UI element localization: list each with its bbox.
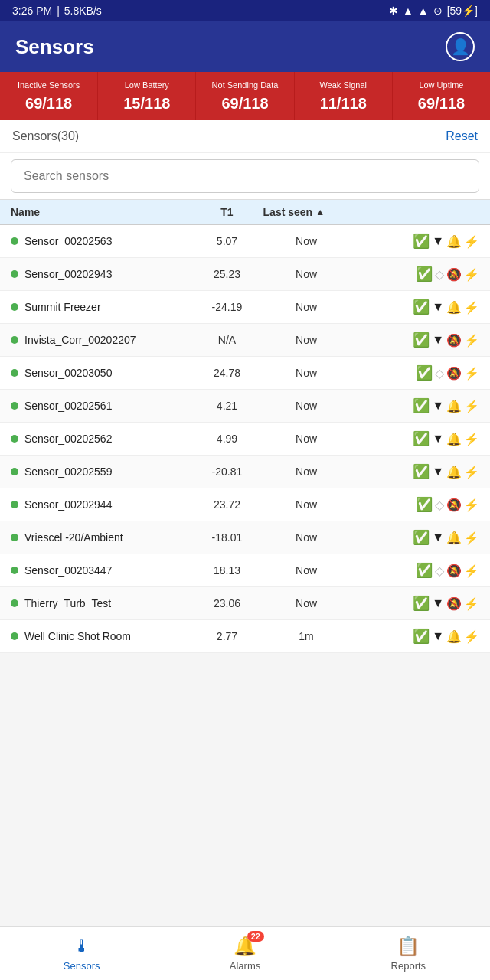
wifi-icon: ▼	[432, 629, 444, 643]
summary-card-weak-signal[interactable]: Weak Signal 11/118	[295, 72, 393, 120]
sensor-lastseen: Now	[263, 498, 350, 511]
bell-icon: 🔕	[446, 564, 462, 578]
status-dot	[11, 534, 18, 541]
wifi-icon: ⊙	[433, 5, 443, 17]
status-dot	[11, 468, 18, 475]
sensor-lastseen: Now	[263, 268, 350, 280]
table-row[interactable]: Sensor_00202559 -20.81 Now ✅ ▼ 🔔 ⚡	[0, 456, 490, 488]
sensor-name: Thierry_Turb_Test	[11, 597, 191, 609]
table-row[interactable]: Thierry_Turb_Test 23.06 Now ✅ ▼ 🔕 ⚡	[0, 587, 490, 620]
profile-button[interactable]: 👤	[446, 32, 475, 61]
col-header-t1: T1	[191, 206, 263, 218]
battery-icon: ⚡	[464, 564, 479, 578]
status-dot	[11, 369, 18, 377]
status-dot	[11, 632, 18, 640]
wifi-icon: ▼	[432, 432, 444, 446]
table-row[interactable]: Vriescel -20/Ambient -18.01 Now ✅ ▼ 🔔 ⚡	[0, 521, 490, 554]
table-row[interactable]: Sensor_00202563 5.07 Now ✅ ▼ 🔔 ⚡	[0, 225, 490, 258]
sensor-icons: ✅ ▼ 🔔 ⚡	[350, 463, 479, 480]
check-icon: ✅	[413, 332, 430, 348]
summary-card-inactive-sensors[interactable]: Inactive Sensors 69/118	[0, 72, 98, 120]
status-bar: 3:26 PM | 5.8KB/s ✱ ▲ ▲ ⊙ [59⚡]	[0, 0, 490, 21]
summary-card-label: Weak Signal	[298, 80, 389, 90]
bell-icon: 🔔	[446, 531, 462, 545]
battery-icon: ⚡	[464, 300, 479, 315]
table-row[interactable]: Summit Freezer -24.19 Now ✅ ▼ 🔔 ⚡	[0, 291, 490, 324]
sensors-list: Sensor_00202563 5.07 Now ✅ ▼ 🔔 ⚡ Sensor_…	[0, 225, 490, 714]
table-row[interactable]: Sensor_00202943 25.23 Now ✅ ◇ 🔕 ⚡	[0, 258, 490, 291]
table-row[interactable]: Sensor_00202944 23.72 Now ✅ ◇ 🔕 ⚡	[0, 488, 490, 521]
sensor-icons: ✅ ▼ 🔕 ⚡	[350, 332, 479, 348]
bell-icon: 🔔	[446, 234, 462, 249]
sensor-t1: 24.78	[191, 367, 263, 379]
battery-icon: ⚡	[464, 267, 479, 282]
battery-icon: ⚡	[464, 432, 479, 446]
summary-card-low-uptime[interactable]: Low Uptime 69/118	[393, 72, 490, 120]
summary-card-value: 15/118	[101, 95, 192, 113]
check-icon: ✅	[413, 233, 430, 250]
check-icon: ✅	[413, 463, 430, 480]
table-row[interactable]: Invista_Corr_00202207 N/A Now ✅ ▼ 🔕 ⚡	[0, 324, 490, 357]
sensor-t1: 25.23	[191, 268, 263, 280]
summary-card-label: Not Sending Data	[199, 80, 290, 90]
summary-card-label: Low Uptime	[396, 80, 487, 90]
sensor-t1: N/A	[191, 334, 263, 346]
table-row[interactable]: Sensor_00203447 18.13 Now ✅ ◇ 🔕 ⚡	[0, 554, 490, 587]
sensor-t1: 18.13	[191, 564, 263, 577]
status-dot	[11, 567, 18, 574]
status-icons: ✱ ▲ ▲ ⊙ [59⚡]	[389, 5, 478, 17]
search-input[interactable]	[11, 159, 479, 193]
bluetooth-icon: ✱	[389, 5, 398, 17]
sensor-t1: -18.01	[191, 531, 263, 544]
sensor-t1: 2.77	[191, 630, 263, 642]
sensor-icons: ✅ ▼ 🔔 ⚡	[350, 430, 479, 447]
sensor-name: Sensor_00203050	[11, 367, 191, 379]
status-dot	[11, 237, 18, 245]
sort-arrow-icon: ▲	[315, 207, 325, 217]
check-icon: ✅	[413, 628, 430, 645]
signal-icon-2: ▲	[418, 5, 429, 17]
summary-card-low-battery[interactable]: Low Battery 15/118	[98, 72, 196, 120]
sensor-t1: 23.06	[191, 597, 263, 609]
bell-icon: 🔕	[446, 596, 462, 611]
reset-button[interactable]: Reset	[446, 129, 478, 143]
profile-icon: 👤	[451, 38, 470, 56]
table-row[interactable]: Well Clinic Shot Room 2.77 1m ✅ ▼ 🔔 ⚡	[0, 620, 490, 653]
battery-icon: ⚡	[464, 498, 479, 512]
bell-icon: 🔔	[446, 399, 462, 413]
summary-card-value: 69/118	[3, 95, 94, 113]
sensor-lastseen: Now	[263, 597, 350, 609]
table-row[interactable]: Sensor_00203050 24.78 Now ✅ ◇ 🔕 ⚡	[0, 357, 490, 390]
wifi-icon: ▼	[432, 234, 444, 248]
col-header-name: Name	[11, 206, 191, 218]
sensors-count: Sensors(30)	[12, 129, 79, 143]
sensor-name: Sensor_00202563	[11, 235, 191, 247]
status-dot	[11, 402, 18, 410]
status-dot	[11, 270, 18, 278]
check-icon: ✅	[416, 562, 433, 579]
battery-icon: ⚡	[464, 333, 479, 348]
check-icon: ✅	[413, 529, 430, 546]
sensor-name: Sensor_00203447	[11, 564, 191, 577]
table-row[interactable]: Sensor_00202561 4.21 Now ✅ ▼ 🔔 ⚡	[0, 390, 490, 423]
wifi-icon: ◇	[435, 564, 444, 578]
check-icon: ✅	[413, 299, 430, 315]
battery-icon: ⚡	[464, 366, 479, 381]
battery-indicator: [59⚡]	[447, 5, 478, 17]
battery-icon: ⚡	[464, 531, 479, 545]
sensor-t1: 23.72	[191, 498, 263, 511]
status-dot	[11, 599, 18, 607]
sensor-icons: ✅ ◇ 🔕 ⚡	[350, 364, 479, 381]
table-row[interactable]: Sensor_00202562 4.99 Now ✅ ▼ 🔔 ⚡	[0, 423, 490, 456]
summary-card-not-sending-data[interactable]: Not Sending Data 69/118	[196, 72, 294, 120]
sensor-lastseen: Now	[263, 400, 350, 412]
summary-card-label: Inactive Sensors	[3, 80, 94, 90]
bell-icon: 🔔	[446, 432, 462, 446]
sensor-t1: 5.07	[191, 235, 263, 247]
check-icon: ✅	[416, 364, 433, 381]
sensor-icons: ✅ ◇ 🔕 ⚡	[350, 496, 479, 513]
check-icon: ✅	[413, 430, 430, 447]
sensor-icons: ✅ ▼ 🔔 ⚡	[350, 529, 479, 546]
status-dot	[11, 435, 18, 443]
check-icon: ✅	[416, 266, 433, 283]
